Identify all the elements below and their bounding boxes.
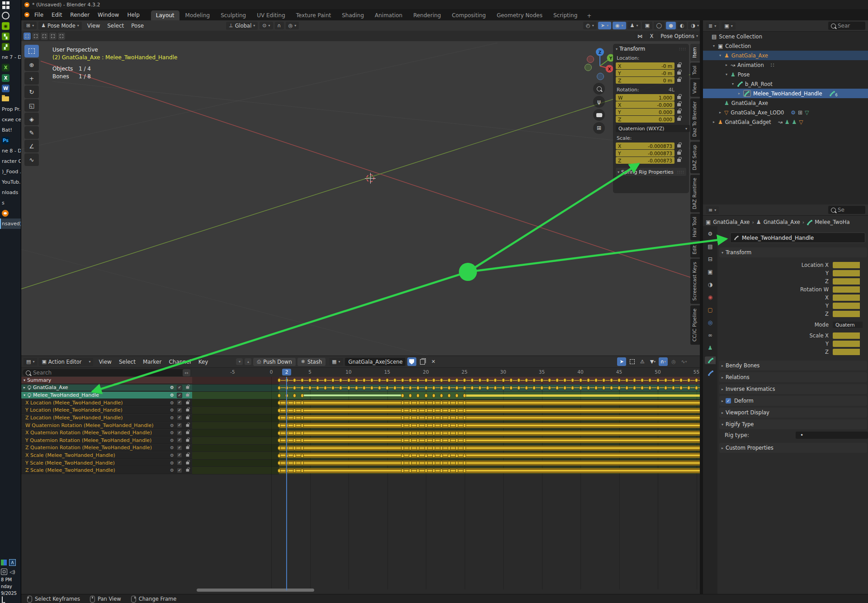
taskbar-item[interactable]: ▚ [0, 31, 21, 42]
keyframe[interactable] [556, 386, 559, 390]
keyframe[interactable] [432, 431, 435, 435]
keyframe[interactable] [409, 416, 412, 420]
keyframe[interactable] [463, 416, 466, 420]
keyframe[interactable] [664, 386, 667, 390]
keyframe[interactable] [509, 378, 513, 382]
outliner-row-gnatgala-gadget[interactable]: ▸♟GnatGala_Gadget↝♟♟▽ [703, 117, 868, 127]
keyframe[interactable] [672, 378, 675, 382]
keyframe[interactable] [331, 378, 335, 382]
outliner-row-b-ar-root[interactable]: ▾b_AR_Root [703, 79, 868, 89]
pose-breakdown-tool[interactable]: ∿ [24, 153, 39, 166]
rotate-tool[interactable]: ↻ [24, 85, 39, 98]
stash-button[interactable]: ❄Stash [297, 358, 326, 366]
keyframe[interactable] [416, 408, 420, 413]
keyframe[interactable] [293, 423, 296, 427]
orientation-dropdown[interactable]: ⊥Global▾ [226, 22, 258, 30]
workspace-tab-layout[interactable]: Layout [151, 10, 179, 20]
workspace-tab-shading[interactable]: Shading [337, 10, 369, 20]
keyframe[interactable] [548, 386, 551, 390]
blender-menu-icon[interactable] [24, 12, 29, 17]
keyframe[interactable] [502, 378, 505, 382]
keyframe[interactable] [331, 386, 335, 390]
keyframe[interactable] [448, 378, 451, 382]
move-tool[interactable]: + [24, 72, 39, 85]
dopesheet-mode-dropdown[interactable]: ▣Action Editor▾ [39, 358, 93, 366]
outliner-row-gnatgala-axe-lod0[interactable]: ▸▽GnatGala_Axe_LOD0⚙⊞▽ [703, 108, 868, 117]
keyframe[interactable] [478, 386, 481, 390]
keyframe[interactable] [409, 454, 412, 458]
mirror-x-button[interactable]: X [647, 32, 656, 40]
camera-icon[interactable] [593, 109, 605, 121]
keyframe[interactable] [455, 386, 458, 390]
modifier-wrench-icon[interactable]: ⚙ [170, 400, 174, 405]
keyframe[interactable] [301, 378, 304, 382]
npanel-tab-daz-runtime[interactable]: DAZ Runtime [690, 175, 700, 212]
channel-melee-twohanded-handle[interactable]: ▾Melee_TwoHanded_Handle⚙✓ [21, 392, 192, 399]
world-icon[interactable]: ◉ [705, 293, 716, 301]
channel-z-location-melee-twohanded-handle-[interactable]: Z Location (Melee_TwoHanded_Handle)⚙✓ [21, 414, 192, 422]
keyframe[interactable] [278, 431, 281, 435]
keyframe[interactable] [425, 446, 428, 450]
select-mode-extend[interactable] [32, 33, 39, 40]
object-icon[interactable]: ▢ [705, 306, 716, 313]
keyframe[interactable] [687, 386, 690, 390]
filter-dropdown[interactable]: ▼▾ [648, 357, 657, 366]
taskbar-item[interactable]: ◉ [0, 21, 21, 31]
keyframe[interactable] [301, 446, 304, 450]
cursor-tool[interactable]: ⊕ [24, 58, 39, 71]
keyframe[interactable] [301, 386, 304, 390]
menu-window[interactable]: Window [94, 10, 123, 19]
keyframe[interactable] [416, 461, 420, 465]
keyframe[interactable] [278, 469, 281, 473]
keyframe[interactable] [463, 446, 466, 450]
channel-z-scale-melee-twohanded-handle-[interactable]: Z Scale (Melee_TwoHanded_Handle)⚙✓ [21, 467, 192, 474]
keyframe[interactable] [301, 416, 304, 420]
keyframe[interactable] [432, 401, 435, 405]
snap-dropdown[interactable]: ∩▾ [659, 357, 668, 366]
notification-icon[interactable] [2, 596, 3, 603]
keyframe[interactable] [425, 416, 428, 420]
pin-icon[interactable] [27, 385, 31, 389]
keyframe[interactable] [293, 438, 296, 442]
taskbar-item[interactable] [0, 208, 21, 218]
workspace-tab-scripting[interactable]: Scripting [548, 10, 582, 20]
keyframe[interactable] [409, 446, 412, 450]
keyframe[interactable] [425, 461, 428, 465]
keyframe[interactable] [416, 394, 420, 398]
keyframe[interactable] [432, 394, 435, 398]
channel-search-input[interactable]: Search [23, 369, 187, 376]
shading-material-button[interactable]: ◐ [677, 22, 687, 29]
npanel-tab-hair-tool[interactable]: Hair Tool [690, 214, 700, 240]
outliner-row-gnatgala-axe[interactable]: ♟GnatGala_Axe [703, 98, 868, 108]
property-field[interactable] [833, 262, 860, 268]
keyframe[interactable] [409, 438, 412, 442]
taskbar-item[interactable]: W [0, 83, 21, 94]
taskbar-item-racter-c-[interactable]: racter C... [0, 156, 21, 166]
keyframe[interactable] [425, 454, 428, 458]
keyframe[interactable] [440, 378, 443, 382]
property-field[interactable] [833, 286, 860, 293]
channel-y-scale-melee-twohanded-handle-[interactable]: Y Scale (Melee_TwoHanded_Handle)⚙✓ [21, 460, 192, 467]
keyframe[interactable] [440, 423, 443, 427]
keyframe[interactable] [494, 378, 497, 382]
workspace-tab-uv-editing[interactable]: UV Editing [252, 10, 290, 20]
keyframe[interactable] [548, 378, 551, 382]
panel-viewport-display[interactable]: ▸Viewport Display [719, 408, 867, 418]
keyframe[interactable] [587, 378, 590, 382]
overlays-toggle[interactable]: ◉▾ [613, 22, 626, 29]
taskbar-item-prop-pr-[interactable]: Prop Pr... [0, 104, 21, 114]
keyframe[interactable] [347, 378, 350, 382]
keyframe[interactable] [463, 438, 466, 442]
rig-type-field[interactable]: • [796, 432, 868, 439]
pose-options-dropdown[interactable]: Pose Options▾ [658, 32, 701, 40]
shading-solid-button[interactable]: ● [666, 22, 676, 29]
channel-summary[interactable]: ▾Summary [21, 377, 192, 384]
keyframe[interactable] [641, 378, 644, 382]
keyframe[interactable] [293, 401, 296, 405]
taskbar-item-bat-[interactable]: Bat! [0, 125, 21, 135]
keyframe[interactable] [432, 446, 435, 450]
keyframe[interactable] [324, 378, 327, 382]
scale-tool[interactable]: ◱ [24, 99, 39, 112]
channel-z-quaternion-rotation-melee-twohanded-handle-[interactable]: Z Quaternion Rotation (Melee_TwoHanded_H… [21, 445, 192, 452]
keyframe[interactable] [425, 408, 428, 413]
